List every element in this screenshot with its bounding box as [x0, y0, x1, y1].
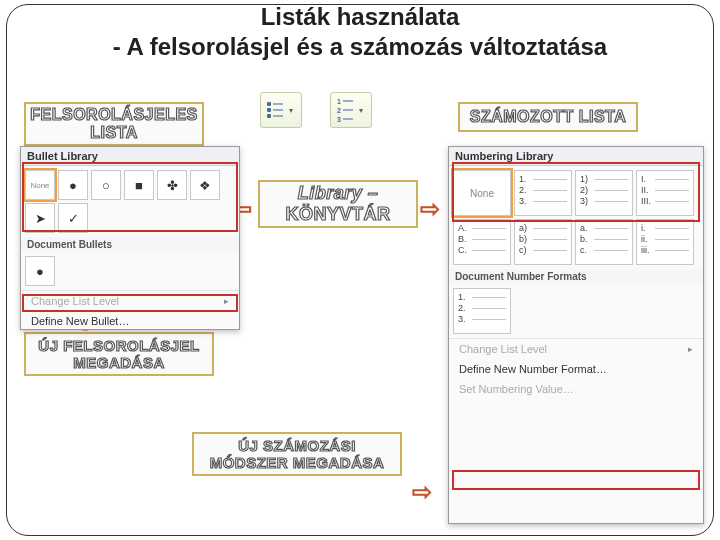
number-tile-grid: None1.2.3.1)2)3)I.II.III.A.B.C.a)b)c)a.b…	[449, 166, 703, 269]
callout-new-bullet: ÚJ FELSOROLÁSJEL MEGADÁSA	[24, 332, 214, 376]
bullet-tile[interactable]: ❖	[190, 170, 220, 200]
callout-numbered-list: SZÁMOZOTT LISTA	[458, 102, 638, 132]
bullet-tile[interactable]: ●	[25, 256, 55, 286]
bullet-library-panel: Bullet Library None ● ○ ■ ✤ ❖ ➤ ✓ Docume…	[20, 146, 240, 330]
number-tile[interactable]: a)b)c)	[514, 219, 572, 265]
bullet-tile[interactable]: ✓	[58, 203, 88, 233]
numbering-library-header: Numbering Library	[449, 147, 703, 166]
bullets-ribbon-button[interactable]: ▾	[260, 92, 302, 128]
change-list-level[interactable]: Change List Level▸	[449, 339, 703, 359]
numbering-library-panel: Numbering Library None1.2.3.1)2)3)I.II.I…	[448, 146, 704, 524]
number-tile[interactable]: 1)2)3)	[575, 170, 633, 216]
bullet-tile-none[interactable]: None	[25, 170, 55, 200]
number-tile-none[interactable]: None	[453, 170, 511, 216]
chevron-down-icon[interactable]: ▾	[287, 100, 295, 120]
number-tile[interactable]: 1.2.3.	[453, 288, 511, 334]
set-numbering-value[interactable]: Set Numbering Value…	[449, 379, 703, 399]
number-tile[interactable]: 1.2.3.	[514, 170, 572, 216]
callout-library: Library – KÖNYVTÁR	[258, 180, 418, 228]
define-new-bullet[interactable]: Define New Bullet…	[21, 311, 239, 331]
document-bullets-header: Document Bullets	[21, 237, 239, 252]
number-tile[interactable]: i.ii.iii.	[636, 219, 694, 265]
arrow-right-icon: ⇨	[412, 478, 432, 506]
bullet-tile[interactable]: ○	[91, 170, 121, 200]
bullet-library-header: Bullet Library	[21, 147, 239, 166]
arrow-right-icon: ⇨	[420, 195, 440, 223]
document-number-formats-header: Document Number Formats	[449, 269, 703, 284]
number-tile[interactable]: a.b.c.	[575, 219, 633, 265]
bullet-tile[interactable]: ➤	[25, 203, 55, 233]
bullet-tile[interactable]: ●	[58, 170, 88, 200]
bullet-tile[interactable]: ✤	[157, 170, 187, 200]
number-tile[interactable]: A.B.C.	[453, 219, 511, 265]
ribbon-list-buttons: ▾ 1 2 3 ▾	[260, 92, 372, 128]
bullet-tile[interactable]: ■	[124, 170, 154, 200]
bullet-tile-grid: None ● ○ ■ ✤ ❖ ➤ ✓	[21, 166, 239, 237]
chevron-down-icon[interactable]: ▾	[357, 100, 365, 120]
number-tile[interactable]: I.II.III.	[636, 170, 694, 216]
callout-new-numbering: ÚJ SZÁMOZÁSI MÓDSZER MEGADÁSA	[192, 432, 402, 476]
callout-bulleted-list: FELSOROLÁSJELES LISTA	[24, 102, 204, 146]
change-list-level[interactable]: Change List Level▸	[21, 291, 239, 311]
define-new-number-format[interactable]: Define New Number Format…	[449, 359, 703, 379]
numbering-ribbon-button[interactable]: 1 2 3 ▾	[330, 92, 372, 128]
